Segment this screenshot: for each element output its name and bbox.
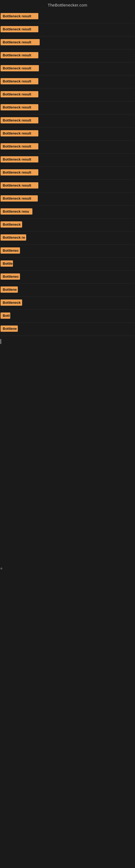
list-item: Bottle bbox=[1, 258, 135, 271]
list-item: Bottleneck result bbox=[1, 36, 135, 50]
bottleneck-badge: Bott bbox=[1, 312, 10, 319]
bottleneck-badge: Bottleneck result bbox=[1, 91, 38, 97]
bottleneck-badge: Bottleneck result bbox=[1, 156, 38, 162]
list-item: Bottleneck result bbox=[1, 62, 135, 75]
list-item: Bottleneck bbox=[1, 219, 135, 231]
bottleneck-badge: Bottleneck result bbox=[1, 26, 38, 32]
bottleneck-badge: Bottlenec bbox=[1, 247, 20, 254]
list-item: Bottleneck bbox=[1, 297, 135, 310]
bottleneck-badge: Bottlenec bbox=[1, 273, 20, 280]
list-item: Bottleneck result bbox=[1, 10, 135, 23]
list-item: Bottleneck resu bbox=[1, 206, 135, 219]
list-item: Bottleneck re bbox=[1, 231, 135, 245]
bottleneck-badge: Bottleneck result bbox=[1, 104, 38, 111]
empty-space bbox=[1, 347, 135, 564]
bottleneck-badge: Bottleneck result bbox=[1, 65, 39, 71]
bottleneck-badge: Bottleneck result bbox=[1, 182, 38, 188]
bottleneck-badge: Bottleneck bbox=[1, 300, 22, 306]
bottleneck-badge: Bottleneck re bbox=[1, 235, 26, 241]
bottleneck-badge: Bottleneck result bbox=[1, 39, 40, 45]
cursor-indicator bbox=[1, 336, 135, 347]
list-item: Bottleneck result bbox=[1, 127, 135, 141]
list-item: Bottleneck result bbox=[1, 75, 135, 88]
bottleneck-badge: Bottleneck result bbox=[1, 169, 38, 176]
bottleneck-badge: Bottleneck result bbox=[1, 52, 38, 58]
tiny-label: o bbox=[1, 567, 2, 570]
bottleneck-badge: Bottleneck result bbox=[1, 143, 38, 150]
list-item: Bottlene bbox=[1, 323, 135, 336]
bottleneck-badge: Bottleneck resu bbox=[1, 208, 32, 215]
bottleneck-badge: Bottleneck bbox=[1, 221, 22, 227]
bottleneck-badge: Bottleneck result bbox=[1, 130, 38, 136]
list-item: Bottleneck result bbox=[1, 88, 135, 101]
bottleneck-badge: Bottlene bbox=[1, 286, 18, 293]
site-header: TheBottlenecker.com bbox=[0, 0, 135, 10]
page-wrapper: TheBottlenecker.com Bottleneck result Bo… bbox=[0, 0, 135, 868]
list-item: Bottleneck result bbox=[1, 23, 135, 36]
bottleneck-badge: Bottleneck result bbox=[1, 195, 38, 202]
list-item: Bottleneck result bbox=[1, 50, 135, 62]
list-item: Bottleneck result bbox=[1, 154, 135, 166]
list-item: Bott bbox=[1, 310, 135, 323]
list-item: Bottlenec bbox=[1, 271, 135, 284]
trailing-space bbox=[1, 572, 135, 735]
bottleneck-list: Bottleneck result Bottleneck result Bott… bbox=[0, 10, 135, 735]
list-item: Bottleneck result bbox=[1, 141, 135, 154]
bottom-char: o bbox=[1, 564, 135, 572]
list-item: Bottleneck result bbox=[1, 115, 135, 127]
list-item: Bottleneck result bbox=[1, 180, 135, 193]
bottleneck-badge: Bottleneck result bbox=[1, 117, 38, 123]
list-item: Bottlenec bbox=[1, 245, 135, 258]
list-item: Bottleneck result bbox=[1, 166, 135, 180]
list-item: Bottleneck result bbox=[1, 101, 135, 115]
bottleneck-badge: Bottle bbox=[1, 260, 13, 267]
bottleneck-badge: Bottleneck result bbox=[1, 13, 38, 19]
site-title: TheBottlenecker.com bbox=[48, 3, 87, 7]
bottleneck-badge: Bottleneck result bbox=[1, 78, 38, 84]
list-item: Bottleneck result bbox=[1, 193, 135, 206]
list-item: Bottlene bbox=[1, 284, 135, 297]
bottleneck-badge: Bottlene bbox=[1, 326, 18, 332]
